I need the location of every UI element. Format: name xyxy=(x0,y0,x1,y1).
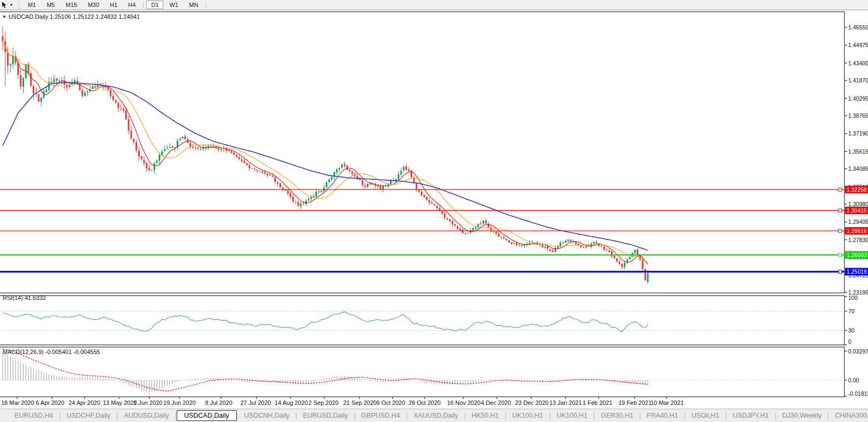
candle-body xyxy=(557,246,558,248)
collapse-triangle-icon[interactable]: ▼ xyxy=(2,14,6,19)
date-label[interactable]: 19 Jun 2020 xyxy=(163,400,196,406)
date-label[interactable]: 1 Jun 2020 xyxy=(133,400,162,406)
date-label[interactable]: 9 Oct 2020 xyxy=(376,400,405,406)
date-label[interactable]: 1 Feb 2021 xyxy=(583,400,613,406)
candle-body xyxy=(210,146,212,147)
macd-panel-border xyxy=(0,347,844,397)
level-drag-handle[interactable] xyxy=(839,270,842,273)
candle-body xyxy=(529,243,531,244)
candle-body xyxy=(261,172,263,173)
chart-tab-eurusd-daily[interactable]: EURUSD,Daily xyxy=(297,411,354,420)
candle-body xyxy=(436,206,438,208)
candle-body xyxy=(521,245,523,246)
candle-body xyxy=(449,219,451,221)
chart-tab-usdjpy-h1[interactable]: USDJPY,H1 xyxy=(727,411,774,420)
chart-tab-china300-h1[interactable]: CHINA300,H1 xyxy=(829,411,868,420)
date-label[interactable]: 28 Oct 2020 xyxy=(409,400,441,406)
date-label[interactable]: 16 Nov 2020 xyxy=(447,400,480,406)
candle-body xyxy=(238,157,240,159)
candle-body xyxy=(151,170,153,170)
candle-body xyxy=(462,230,464,233)
candle-body xyxy=(603,247,605,250)
chart-symbol-label: USDCAD,Daily xyxy=(9,13,48,20)
candle-body xyxy=(10,64,11,65)
date-label[interactable]: 2 Sep 2020 xyxy=(308,400,338,406)
rsi-tick-label: 0 xyxy=(848,338,851,345)
chart-tab-dj30-weekly[interactable]: DJ30,Weekly xyxy=(776,411,827,420)
candle-body xyxy=(331,177,333,179)
chart-tab-audusd-daily[interactable]: AUDUSD,Daily xyxy=(118,411,175,420)
candle-body xyxy=(369,184,371,184)
chart-tab-usdchf-daily[interactable]: USDCHF,Daily xyxy=(61,411,116,420)
candle-body xyxy=(575,242,577,244)
candle-body xyxy=(585,246,587,247)
price-tick-label: 1.44975 xyxy=(848,42,868,48)
candle-body xyxy=(318,191,320,192)
candle-body xyxy=(621,264,623,267)
chart-tab-uk100-h1[interactable]: UK100,H1 xyxy=(550,411,593,420)
level-drag-handle[interactable] xyxy=(839,253,842,257)
candle-body xyxy=(115,100,117,102)
date-label[interactable]: 18 Mar 2020 xyxy=(1,400,34,406)
candle-body xyxy=(233,153,235,155)
level-drag-handle[interactable] xyxy=(839,188,842,191)
date-label[interactable]: 23 Dec 2020 xyxy=(515,400,548,406)
chart-tab-fra40-h1[interactable]: FRA40,H1 xyxy=(641,411,684,420)
candle-body xyxy=(424,195,425,197)
date-label[interactable]: 24 Apr 2020 xyxy=(69,400,100,406)
chart-ohlc-values: 1.25106 1.25122 1.24832 1.24941 xyxy=(50,13,140,20)
chart-tab-hk50-h1[interactable]: HK50,H1 xyxy=(466,411,505,420)
chart-tab-eurusd-h4[interactable]: EURUSD,H4 xyxy=(9,411,59,420)
date-label[interactable]: 13 Jan 2021 xyxy=(549,400,582,406)
rsi-tick-label: 70 xyxy=(848,308,855,314)
candle-body xyxy=(54,79,55,82)
candle-body xyxy=(377,186,379,187)
candle-body xyxy=(444,214,446,218)
candle-body xyxy=(269,175,271,176)
candle-body xyxy=(549,249,551,251)
main-rsi-splitter[interactable] xyxy=(0,292,844,295)
candle-body xyxy=(22,78,24,87)
candle-body xyxy=(41,97,42,102)
candle-body xyxy=(495,232,497,233)
candle-body xyxy=(465,233,466,234)
chart-tab-usdcad-daily[interactable]: USDCAD,Daily xyxy=(177,410,237,421)
level-drag-handle[interactable] xyxy=(839,209,842,212)
candle-body xyxy=(562,243,564,243)
ma-slow-line xyxy=(3,82,648,251)
candle-body xyxy=(338,168,340,170)
candle-body xyxy=(328,180,330,183)
candle-body xyxy=(459,229,461,230)
chart-tab-gbpusd-h4[interactable]: GBPUSD,H4 xyxy=(356,411,406,420)
candle-body xyxy=(611,252,613,257)
candle-body xyxy=(568,239,569,242)
level-price-tag-label: 1.26503 xyxy=(847,252,867,258)
date-label[interactable]: 10 Mar 2021 xyxy=(651,400,684,406)
chart-tab-usoil-h1[interactable]: USOil,H1 xyxy=(685,411,725,420)
level-drag-handle[interactable] xyxy=(839,229,842,232)
date-label[interactable]: 8 Jul 2020 xyxy=(205,400,232,406)
price-tick-label: 1.43400 xyxy=(848,60,868,66)
rsi-tick-label: 100 xyxy=(848,295,858,301)
chart-tab-ger30-h1[interactable]: GER30,H1 xyxy=(595,411,639,420)
candle-body xyxy=(637,250,638,255)
candle-body xyxy=(608,251,610,252)
rsi-macd-splitter[interactable] xyxy=(0,344,844,347)
candle-body xyxy=(642,259,644,269)
date-label[interactable]: 6 Apr 2020 xyxy=(36,400,64,406)
date-label[interactable]: 19 Feb 2021 xyxy=(618,400,652,406)
chart-tab-xauusd-daily[interactable]: XAUUSD,Daily xyxy=(407,411,464,420)
date-label[interactable]: 27 Jul 2020 xyxy=(240,400,271,406)
date-label[interactable]: 13 May 2020 xyxy=(103,400,137,406)
candle-body xyxy=(154,163,155,170)
date-label[interactable]: 21 Sep 2020 xyxy=(343,400,376,406)
candle-body xyxy=(228,150,230,152)
date-label[interactable]: 14 Aug 2020 xyxy=(275,400,308,406)
candle-body xyxy=(241,160,243,161)
macd-signal-line xyxy=(3,349,648,391)
candle-body xyxy=(634,250,636,253)
date-label[interactable]: 4 Dec 2020 xyxy=(481,400,511,406)
chart-tab-uk100-h1[interactable]: UK100,H1 xyxy=(507,411,549,420)
candle-body xyxy=(629,257,631,259)
chart-tab-usdcnh-daily[interactable]: USDCNH,Daily xyxy=(238,411,296,420)
